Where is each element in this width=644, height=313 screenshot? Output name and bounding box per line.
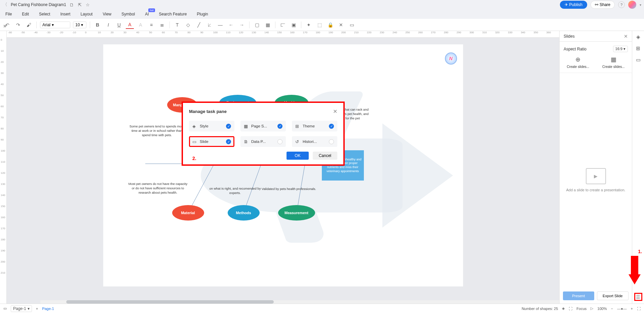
present-button[interactable]: Present: [563, 291, 594, 300]
underline-icon[interactable]: U: [115, 21, 123, 29]
font-select[interactable]: Arial▾: [40, 22, 70, 28]
page-select[interactable]: Page-1 ▾: [11, 305, 32, 312]
text-methods-note[interactable]: on what is right, and recomended by expe…: [209, 187, 261, 195]
shape-measurement[interactable]: Measurement: [278, 205, 315, 221]
zoom-out-icon[interactable]: −: [611, 307, 613, 311]
line-tool-icon[interactable]: ╱: [195, 21, 203, 29]
ok-button[interactable]: OK: [287, 152, 308, 160]
line-spacing-icon[interactable]: ≣: [158, 21, 166, 29]
menu-file[interactable]: File: [5, 12, 12, 16]
bold-icon[interactable]: B: [93, 21, 102, 29]
text-measurement-note[interactable]: Validated by pets health professionals.: [261, 187, 317, 191]
ai-badge-icon[interactable]: N: [445, 52, 457, 65]
check-icon[interactable]: ✓: [277, 124, 282, 129]
menu-view[interactable]: View: [103, 12, 111, 16]
line-style-icon[interactable]: —: [216, 21, 224, 29]
shape-material[interactable]: Material: [172, 205, 204, 221]
italic-icon[interactable]: I: [104, 21, 112, 29]
ruler-tick: 150: [1, 205, 5, 208]
effects-icon[interactable]: ✦: [305, 21, 313, 29]
play-icon[interactable]: ▷: [591, 306, 593, 311]
menu-search[interactable]: Search Feature: [159, 12, 187, 16]
check-icon[interactable]: ✓: [226, 139, 231, 144]
aspect-select[interactable]: 16:9 ▾: [613, 46, 628, 52]
user-dropdown-icon[interactable]: ▾: [640, 3, 641, 7]
table-icon[interactable]: ▦: [264, 21, 272, 29]
menu-symbol[interactable]: Symbol: [121, 12, 135, 16]
group-icon[interactable]: ▣: [290, 21, 298, 29]
close-icon[interactable]: ✕: [333, 108, 337, 115]
task-pane-icon[interactable]: ☰: [634, 293, 642, 301]
check-icon[interactable]: [277, 139, 282, 144]
connector-icon[interactable]: ⟀: [205, 21, 214, 29]
avatar[interactable]: [628, 1, 636, 9]
pages-icon[interactable]: ▭: [3, 306, 7, 311]
focus-icon[interactable]: ⛶: [569, 307, 572, 311]
publish-button[interactable]: ✈Publish: [560, 1, 587, 9]
font-color-icon[interactable]: A: [126, 21, 134, 29]
share-icon: ⚯: [595, 2, 598, 7]
check-icon[interactable]: ✓: [329, 124, 334, 129]
grid-rail-icon[interactable]: ⊞: [635, 45, 642, 52]
menu-layout[interactable]: Layout: [80, 12, 92, 16]
menu-plugin[interactable]: Plugin: [197, 12, 208, 16]
menu-select[interactable]: Select: [39, 12, 50, 16]
canvas[interactable]: N Manpower Environment: [7, 38, 559, 304]
slide-rail-icon[interactable]: ▭: [635, 56, 642, 63]
share-out-icon[interactable]: ⇱: [78, 2, 82, 7]
check-icon[interactable]: [329, 139, 334, 144]
star-icon[interactable]: ☆: [86, 2, 90, 7]
menu-edit[interactable]: Edit: [22, 12, 29, 16]
create-slides-1[interactable]: ⊕ Create slides...: [564, 56, 593, 69]
separator: [249, 22, 250, 28]
create-slides-2[interactable]: ▦ Create slides...: [599, 56, 628, 69]
history-icon: ↺: [295, 139, 301, 144]
pane-label: Theme: [303, 124, 315, 128]
font-size-select[interactable]: 10▾: [73, 22, 86, 28]
shape-icon[interactable]: ◇: [184, 21, 192, 29]
text-tool-icon[interactable]: T: [173, 21, 181, 29]
cancel-button[interactable]: Cancel: [313, 152, 337, 160]
pane-item-style[interactable]: ◈Style ✓: [189, 121, 234, 131]
menu-insert[interactable]: Insert: [60, 12, 70, 16]
add-page-icon[interactable]: +: [36, 307, 38, 311]
horizontal-scrollbar[interactable]: [40, 300, 559, 304]
align-objects-icon[interactable]: ⫍: [279, 21, 287, 29]
arrow-start-icon[interactable]: ←: [227, 21, 235, 29]
layers-icon[interactable]: ◈: [562, 306, 565, 311]
pane-item-data[interactable]: 🗎Data P...: [240, 136, 286, 147]
help-icon[interactable]: ?: [618, 1, 625, 8]
export-slide-button[interactable]: Export Slide: [597, 291, 629, 300]
scrollbar-thumb[interactable]: [66, 300, 274, 304]
ruler-tick: 90: [200, 31, 213, 37]
tools-icon[interactable]: ✕: [337, 21, 345, 29]
page-tab[interactable]: Page-1: [42, 307, 54, 311]
arrow-end-icon[interactable]: →: [238, 21, 246, 29]
back-icon[interactable]: 〈: [3, 2, 7, 8]
expand-panel-icon[interactable]: »: [3, 23, 6, 29]
pane-item-theme[interactable]: ⊞Theme ✓: [292, 121, 337, 131]
highlight-icon[interactable]: A: [137, 21, 145, 29]
present-icon[interactable]: ▭: [348, 21, 356, 29]
lock-icon[interactable]: 🔒: [326, 21, 334, 29]
check-icon[interactable]: ✓: [226, 124, 231, 129]
align-icon[interactable]: ≡: [147, 21, 155, 29]
pane-item-slide[interactable]: ▭Slide ✓: [189, 136, 234, 147]
crop-icon[interactable]: ⬚: [315, 21, 324, 29]
close-icon[interactable]: ✕: [624, 34, 628, 39]
pane-item-history[interactable]: ↺Histori...: [292, 136, 337, 147]
fullscreen-icon[interactable]: ⛶: [637, 307, 641, 311]
shape-methods[interactable]: Methods: [228, 205, 260, 221]
redo-icon[interactable]: ↷: [14, 21, 22, 29]
image-icon[interactable]: ▢: [253, 21, 261, 29]
format-painter-icon[interactable]: 🖌: [25, 21, 33, 29]
pane-item-page-setup[interactable]: ▦Page S... ✓: [240, 121, 286, 131]
text-material-note[interactable]: Most pet owners do not have the capacity…: [128, 182, 188, 195]
style-rail-icon[interactable]: ◈: [635, 34, 642, 40]
menu-ai[interactable]: AIhot: [145, 12, 149, 16]
save-icon[interactable]: 🗋: [70, 2, 74, 7]
zoom-in-icon[interactable]: +: [631, 307, 633, 311]
text-manpower-note[interactable]: Some pet owners tend to spends more time…: [128, 124, 186, 137]
zoom-slider[interactable]: —●—: [617, 307, 627, 311]
share-button[interactable]: ⚯Share: [591, 1, 615, 9]
